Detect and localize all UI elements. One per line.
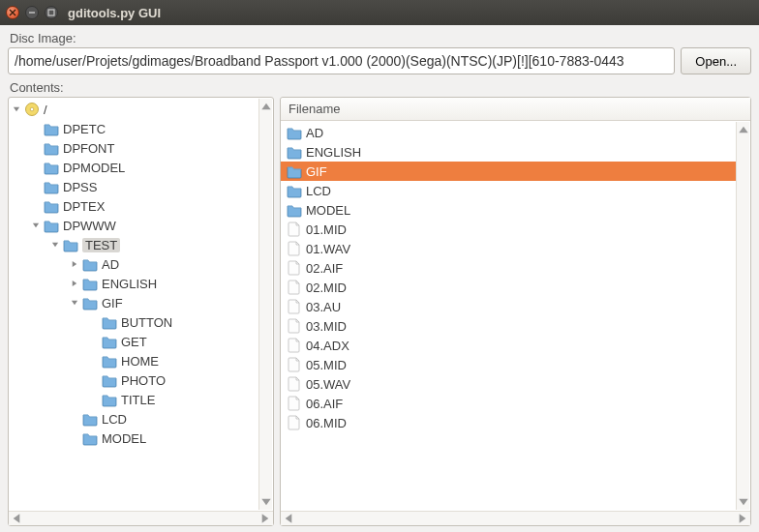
tree-pane: /DPETCDPFONTDPMODELDPSSDPTEXDPWWWTESTADE… xyxy=(8,97,274,526)
tree-item[interactable]: / xyxy=(9,100,259,119)
list-item[interactable]: AD xyxy=(281,123,737,142)
list-item-label: 01.MID xyxy=(306,222,347,237)
list-item[interactable]: LCD xyxy=(281,181,737,200)
file-icon xyxy=(287,376,302,392)
folder-icon xyxy=(44,179,59,194)
folder-icon xyxy=(82,411,98,427)
tree-expander-icon[interactable] xyxy=(30,220,42,231)
tree-item[interactable]: MODEL xyxy=(9,429,259,448)
tree-item[interactable]: DPTEX xyxy=(9,196,259,216)
list-item[interactable]: 04.ADX xyxy=(281,336,737,355)
list-item[interactable]: 01.WAV xyxy=(281,239,737,258)
maximize-window-button[interactable] xyxy=(45,6,58,19)
folder-icon xyxy=(82,295,98,310)
folder-icon xyxy=(44,140,59,156)
open-button[interactable]: Open... xyxy=(681,47,751,74)
tree-item[interactable]: DPWWW xyxy=(9,216,259,235)
list-item-label: 04.ADX xyxy=(306,339,349,353)
folder-icon xyxy=(102,314,117,330)
filelist-pane: Filename ADENGLISHGIFLCDMODEL01.MID01.WA… xyxy=(280,97,751,526)
list-item[interactable]: 03.AU xyxy=(281,297,737,316)
folder-icon xyxy=(287,144,302,160)
list-item[interactable]: ENGLISH xyxy=(281,142,737,162)
tree-item[interactable]: DPSS xyxy=(9,177,259,196)
disc-icon xyxy=(24,102,40,117)
tree-item[interactable]: HOME xyxy=(9,351,259,370)
tree-expander-icon[interactable] xyxy=(69,297,80,309)
folder-icon xyxy=(44,218,59,233)
tree-item-label: HOME xyxy=(121,354,159,369)
tree-expander-icon[interactable] xyxy=(69,278,80,289)
close-window-button[interactable] xyxy=(6,6,19,19)
list-item[interactable]: GIF xyxy=(281,162,737,181)
folder-icon xyxy=(82,430,98,446)
tree-item[interactable]: GET xyxy=(9,332,259,351)
tree-item-label: DPETC xyxy=(63,122,106,136)
tree-item-label: TEST xyxy=(82,238,120,252)
tree-expander-icon[interactable] xyxy=(11,103,22,115)
folder-icon xyxy=(102,372,117,388)
disc-image-path-input[interactable]: /home/user/Projets/gdimages/Broadband Pa… xyxy=(8,47,675,74)
file-icon xyxy=(287,318,302,334)
tree-item-label: / xyxy=(44,103,47,117)
tree-expander-icon[interactable] xyxy=(49,239,61,251)
tree-item-label: DPFONT xyxy=(63,141,114,156)
tree-item[interactable]: PHOTO xyxy=(9,370,259,390)
list-item[interactable]: 06.MID xyxy=(281,413,737,432)
file-icon xyxy=(287,396,302,411)
folder-icon xyxy=(82,276,98,291)
folder-icon xyxy=(102,353,117,369)
tree-vertical-scrollbar[interactable] xyxy=(258,99,272,510)
filelist-vertical-scrollbar[interactable] xyxy=(736,122,749,510)
list-item[interactable]: 05.MID xyxy=(281,355,737,374)
folder-icon xyxy=(102,334,117,349)
file-icon xyxy=(287,415,302,430)
tree-item[interactable]: DPMODEL xyxy=(9,158,259,177)
tree-item-label: TITLE xyxy=(121,393,155,407)
tree-item[interactable]: TEST xyxy=(9,235,259,254)
tree-expander-icon[interactable] xyxy=(69,258,80,270)
list-item-label: 05.MID xyxy=(306,358,347,372)
disc-image-label: Disc Image: xyxy=(10,31,751,45)
file-icon xyxy=(287,222,302,237)
tree-item[interactable]: BUTTON xyxy=(9,312,259,332)
tree-item[interactable]: DPETC xyxy=(9,119,259,138)
tree-item[interactable]: AD xyxy=(9,254,259,274)
tree-item[interactable]: ENGLISH xyxy=(9,274,259,293)
folder-icon xyxy=(287,183,302,198)
folder-icon xyxy=(82,256,98,272)
file-icon xyxy=(287,357,302,372)
titlebar: gditools.py GUI xyxy=(0,0,759,25)
file-icon xyxy=(287,299,302,314)
list-item[interactable]: 02.AIF xyxy=(281,258,737,278)
list-item[interactable]: 02.MID xyxy=(281,278,737,297)
tree-item-label: DPMODEL xyxy=(63,161,125,175)
list-item-label: 01.WAV xyxy=(306,242,350,256)
tree-item[interactable]: LCD xyxy=(9,409,259,429)
list-item-label: 06.MID xyxy=(306,416,347,430)
list-item[interactable]: 01.MID xyxy=(281,220,737,239)
tree-item[interactable]: TITLE xyxy=(9,390,259,409)
list-item[interactable]: 03.MID xyxy=(281,316,737,336)
tree-horizontal-scrollbar[interactable] xyxy=(9,511,273,525)
tree-item-label: DPWWW xyxy=(63,219,116,233)
list-item[interactable]: 05.WAV xyxy=(281,374,737,394)
list-item[interactable]: MODEL xyxy=(281,200,737,220)
tree-item[interactable]: GIF xyxy=(9,293,259,312)
list-item-label: 06.AIF xyxy=(306,397,343,411)
file-icon xyxy=(287,241,302,256)
folder-icon xyxy=(44,198,59,214)
list-item-label: GIF xyxy=(306,164,327,179)
tree-item-label: DPTEX xyxy=(63,199,105,214)
folder-icon xyxy=(44,121,59,136)
list-item-label: AD xyxy=(306,126,323,140)
tree-item[interactable]: DPFONT xyxy=(9,138,259,158)
tree-item-label: GET xyxy=(121,335,147,349)
list-item[interactable]: 06.AIF xyxy=(281,394,737,413)
tree-item-label: GIF xyxy=(102,296,123,310)
filelist-horizontal-scrollbar[interactable] xyxy=(281,511,750,525)
tree-item-label: ENGLISH xyxy=(102,277,157,291)
filelist-header[interactable]: Filename xyxy=(281,98,750,121)
minimize-window-button[interactable] xyxy=(25,6,39,19)
list-item-label: 02.MID xyxy=(306,281,347,295)
